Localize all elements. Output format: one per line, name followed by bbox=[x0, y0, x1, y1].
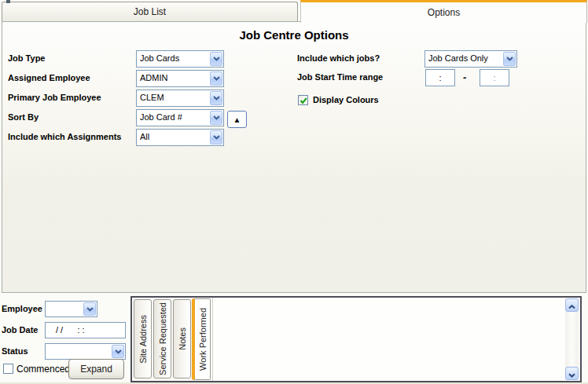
status-select[interactable] bbox=[45, 343, 126, 360]
chevron-down-icon[interactable] bbox=[503, 52, 516, 66]
commenced-label: Commenced bbox=[17, 364, 70, 375]
status-label: Status bbox=[2, 346, 28, 356]
sort-ascending-icon: ▲ bbox=[233, 115, 241, 124]
include-assignments-label: Include which Assignments bbox=[8, 132, 121, 141]
primary-job-employee-label: Primary Job Employee bbox=[8, 93, 101, 102]
time-range-label: Job Start Time range bbox=[297, 72, 383, 82]
chevron-down-icon[interactable] bbox=[210, 130, 222, 144]
employee-value bbox=[49, 302, 83, 316]
job-date-input[interactable]: / / : : bbox=[45, 322, 126, 338]
tab-notes-label: Notes bbox=[178, 327, 187, 350]
chevron-up-icon bbox=[568, 298, 575, 313]
job-date-label: Job Date bbox=[2, 325, 38, 335]
chevron-down-icon[interactable] bbox=[210, 91, 222, 105]
display-colours-checkbox[interactable] bbox=[298, 95, 308, 105]
include-assignments-select[interactable]: All bbox=[136, 129, 224, 146]
job-type-value: Job Cards bbox=[140, 51, 209, 67]
window-edge-artifact bbox=[6, 0, 10, 3]
tab-work-performed[interactable]: Work Performed bbox=[192, 298, 211, 380]
sort-by-select[interactable]: Job Card # bbox=[136, 109, 224, 126]
tab-service-requested[interactable]: Service Requested bbox=[153, 299, 171, 379]
employee-select[interactable] bbox=[45, 301, 97, 317]
job-type-select[interactable]: Job Cards bbox=[136, 50, 224, 68]
sort-direction-button[interactable]: ▲ bbox=[227, 111, 247, 128]
page-title: Job Centre Options bbox=[0, 28, 588, 42]
time-to-input[interactable]: : bbox=[480, 69, 509, 86]
tab-options-label: Options bbox=[428, 7, 460, 18]
tab-job-list[interactable]: Job List bbox=[2, 2, 298, 21]
chevron-down-icon[interactable] bbox=[210, 111, 222, 125]
check-icon bbox=[300, 93, 307, 108]
expand-button[interactable]: Expand bbox=[68, 359, 124, 379]
scroll-up-button[interactable] bbox=[565, 298, 579, 312]
primary-job-employee-select[interactable]: CLEM bbox=[136, 90, 224, 107]
tab-options[interactable]: Options bbox=[300, 0, 587, 23]
expand-button-label: Expand bbox=[80, 364, 112, 375]
time-from-input[interactable]: : bbox=[425, 69, 455, 86]
job-type-label: Job Type bbox=[8, 53, 45, 63]
time-range-separator: - bbox=[463, 71, 466, 83]
status-value bbox=[49, 344, 111, 359]
tab-job-list-label: Job List bbox=[134, 6, 166, 17]
scroll-down-button[interactable] bbox=[565, 367, 579, 380]
tab-service-requested-label: Service Requested bbox=[158, 302, 167, 375]
sort-by-label: Sort By bbox=[8, 112, 39, 122]
include-jobs-label: Include which jobs? bbox=[297, 53, 380, 63]
include-jobs-value: Job Cards Only bbox=[428, 51, 502, 67]
include-jobs-select[interactable]: Job Cards Only bbox=[424, 50, 517, 68]
include-assignments-value: All bbox=[140, 130, 209, 145]
assigned-employee-select[interactable]: ADMIN bbox=[136, 70, 224, 87]
tab-site-address-label: Site Address bbox=[138, 315, 148, 364]
chevron-down-icon[interactable] bbox=[112, 345, 124, 358]
sort-by-value: Job Card # bbox=[140, 110, 209, 126]
commenced-checkbox[interactable] bbox=[3, 364, 13, 374]
assigned-employee-label: Assigned Employee bbox=[8, 73, 90, 82]
chevron-down-icon[interactable] bbox=[83, 302, 96, 316]
tab-work-performed-label: Work Performed bbox=[198, 308, 208, 371]
tab-notes[interactable]: Notes bbox=[173, 299, 191, 379]
chevron-down-icon[interactable] bbox=[210, 71, 222, 86]
chevron-down-icon bbox=[568, 367, 575, 381]
assigned-employee-value: ADMIN bbox=[140, 71, 209, 86]
tab-site-address[interactable]: Site Address bbox=[134, 299, 152, 379]
detail-content-area[interactable] bbox=[212, 298, 580, 381]
chevron-down-icon[interactable] bbox=[210, 52, 222, 66]
display-colours-label: Display Colours bbox=[313, 95, 379, 104]
employee-label: Employee bbox=[2, 304, 42, 313]
primary-job-employee-value: CLEM bbox=[140, 90, 209, 106]
